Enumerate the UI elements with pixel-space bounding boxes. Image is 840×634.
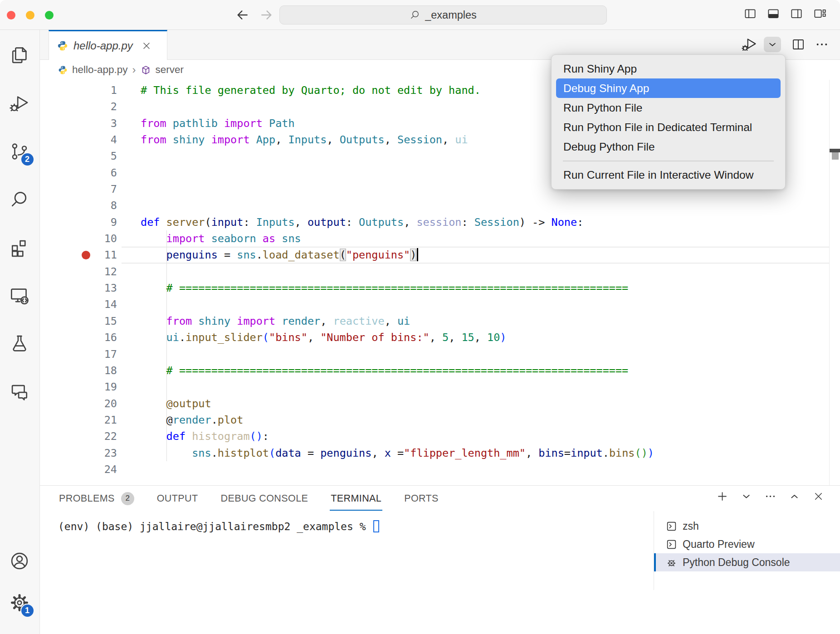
activity-item-settings[interactable]: 1	[9, 592, 31, 614]
debug-run-icon[interactable]	[741, 36, 757, 53]
line-number[interactable]: 20	[40, 395, 117, 412]
code-line-8[interactable]: 8	[40, 197, 840, 214]
activity-item-source-control[interactable]: 2	[9, 141, 31, 163]
line-number[interactable]: 15	[40, 313, 117, 329]
window-controls	[7, 11, 54, 20]
activity-item-run-and-debug[interactable]	[9, 93, 31, 115]
code-line-12[interactable]: 12	[40, 263, 840, 280]
title-bar: _examples	[0, 0, 840, 30]
activity-item-search[interactable]	[9, 189, 31, 211]
split-editor-icon[interactable]	[791, 37, 806, 52]
code-line-19[interactable]: 19	[40, 379, 840, 395]
code-line-13[interactable]: 13 # ===================================…	[40, 280, 840, 296]
panel-bottom-icon[interactable]	[767, 7, 780, 20]
line-number[interactable]: 6	[40, 165, 117, 181]
code-line-14[interactable]: 14	[40, 296, 840, 312]
line-content: import seaborn as sns	[117, 230, 840, 247]
code-line-21[interactable]: 21 @render.plot	[40, 412, 840, 428]
menu-item-run-shiny-app[interactable]: Run Shiny App	[556, 59, 781, 78]
command-center-search[interactable]: _examples	[279, 5, 607, 24]
tab-hello-app[interactable]: hello-app.py	[49, 30, 167, 60]
run-options-dropdown[interactable]	[764, 37, 781, 52]
scrollbar-thumb[interactable]	[832, 152, 839, 160]
panel-header: PROBLEMS2OUTPUTDEBUG CONSOLETERMINALPORT…	[40, 486, 840, 511]
panel-tab-ports[interactable]: PORTS	[403, 487, 440, 511]
panel-tab-problems[interactable]: PROBLEMS2	[58, 487, 135, 511]
line-number[interactable]: 21	[40, 412, 117, 428]
forward-icon[interactable]	[259, 8, 274, 22]
line-number[interactable]: 13	[40, 280, 117, 296]
code-line-22[interactable]: 22 def histogram():	[40, 428, 840, 444]
code-line-23[interactable]: 23 sns.histplot(data = penguins, x ="fli…	[40, 445, 840, 461]
line-number[interactable]: 2	[40, 98, 117, 115]
code-line-10[interactable]: 10 import seaborn as sns	[40, 230, 840, 247]
menu-item-run-current-file-in-interactive-window[interactable]: Run Current File in Interactive Window	[556, 166, 781, 185]
code-line-11[interactable]: 11 penguins = sns.load_dataset("penguins…	[40, 247, 840, 263]
panel-tab-output[interactable]: OUTPUT	[156, 487, 199, 511]
line-content: def histogram():	[117, 428, 840, 444]
zoom-window-button[interactable]	[45, 11, 54, 20]
breadcrumb-symbol[interactable]: server	[156, 64, 184, 76]
line-number[interactable]: 22	[40, 428, 117, 444]
line-number[interactable]: 1	[40, 82, 117, 98]
code-line-16[interactable]: 16 ui.input_slider("bins", "Number of bi…	[40, 329, 840, 346]
menu-item-debug-shiny-app[interactable]: Debug Shiny App	[556, 78, 781, 98]
activity-item-extensions[interactable]	[9, 237, 31, 259]
line-content	[117, 197, 840, 214]
editor-scrollbar[interactable]	[829, 80, 840, 485]
code-line-9[interactable]: 9def server(input: Inputs, output: Outpu…	[40, 214, 840, 230]
chevron-up-icon[interactable]	[788, 490, 801, 502]
breadcrumb-file[interactable]: hello-app.py	[72, 64, 128, 76]
menu-item-run-python-file[interactable]: Run Python File	[556, 98, 781, 117]
panel-left-icon[interactable]	[743, 7, 757, 20]
panel-right-icon[interactable]	[790, 7, 803, 20]
activity-item-comments[interactable]	[9, 381, 31, 403]
back-icon[interactable]	[235, 8, 249, 22]
line-content	[117, 296, 840, 312]
code-line-20[interactable]: 20 @output	[40, 395, 840, 412]
code-line-24[interactable]: 24	[40, 461, 840, 478]
activity-item-explorer[interactable]	[9, 45, 31, 67]
line-number[interactable]: 24	[40, 461, 117, 478]
line-number[interactable]: 4	[40, 132, 117, 148]
activity-item-remote-explorer[interactable]	[9, 285, 31, 307]
line-number[interactable]: 11	[40, 247, 117, 263]
terminal-list-item-python-debug-console[interactable]: Python Debug Console	[654, 553, 840, 571]
line-number[interactable]: 18	[40, 362, 117, 379]
run-options-menu: Run Shiny AppDebug Shiny AppRun Python F…	[551, 54, 786, 190]
code-line-18[interactable]: 18 # ===================================…	[40, 362, 840, 379]
line-number[interactable]: 14	[40, 296, 117, 312]
panel-tab-debug-console[interactable]: DEBUG CONSOLE	[220, 487, 309, 511]
panel-tab-terminal[interactable]: TERMINAL	[330, 487, 382, 511]
line-number[interactable]: 19	[40, 379, 117, 395]
menu-item-run-python-file-in-dedicated-terminal[interactable]: Run Python File in Dedicated Terminal	[556, 117, 781, 137]
close-icon[interactable]	[812, 490, 825, 502]
terminal-output[interactable]: (env) (base) jjallaire@jjallairesmbp2 _e…	[40, 511, 654, 634]
chevron-down-icon[interactable]	[740, 490, 752, 502]
code-line-15[interactable]: 15 from shiny import render, reactive, u…	[40, 313, 840, 329]
more-actions-icon[interactable]	[815, 37, 829, 52]
terminal-list-item-zsh[interactable]: zsh	[654, 517, 840, 535]
line-number[interactable]: 8	[40, 197, 117, 214]
terminal-list-item-quarto-preview[interactable]: Quarto Preview	[654, 535, 840, 553]
line-number[interactable]: 7	[40, 181, 117, 197]
line-number[interactable]: 3	[40, 115, 117, 132]
menu-item-debug-python-file[interactable]: Debug Python File	[556, 137, 781, 156]
layout-icon[interactable]	[813, 7, 826, 20]
extensions-icon	[9, 237, 30, 258]
activity-item-account[interactable]	[9, 551, 31, 572]
more-actions-icon[interactable]	[764, 490, 777, 502]
code-line-17[interactable]: 17	[40, 346, 840, 362]
line-number[interactable]: 12	[40, 263, 117, 280]
close-window-button[interactable]	[7, 11, 15, 20]
activity-item-testing[interactable]	[9, 333, 31, 355]
line-number[interactable]: 16	[40, 329, 117, 346]
close-icon[interactable]	[141, 40, 152, 51]
line-number[interactable]: 10	[40, 230, 117, 247]
line-number[interactable]: 17	[40, 346, 117, 362]
minimize-window-button[interactable]	[26, 11, 34, 20]
plus-icon[interactable]	[716, 490, 728, 502]
line-number[interactable]: 9	[40, 214, 117, 230]
line-number[interactable]: 23	[40, 445, 117, 461]
line-number[interactable]: 5	[40, 148, 117, 164]
